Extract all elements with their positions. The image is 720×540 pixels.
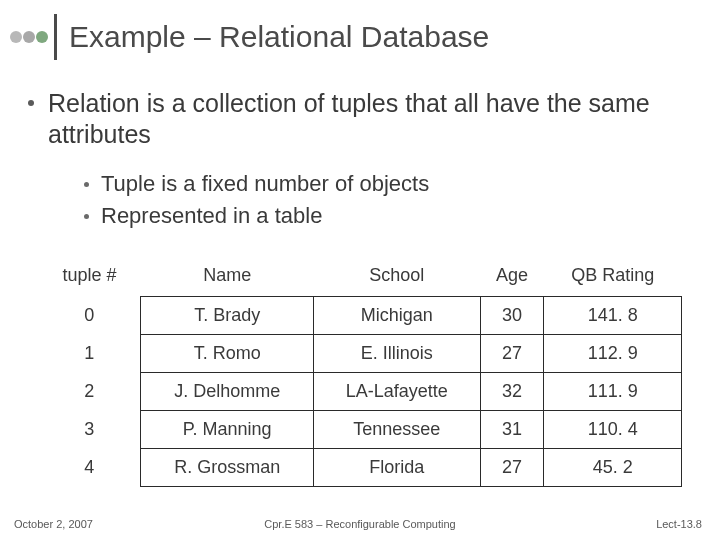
table-cell: P. Manning: [141, 410, 313, 448]
table-cell: 32: [480, 372, 544, 410]
table-cell: Tennessee: [313, 410, 480, 448]
bullet-main: Relation is a collection of tuples that …: [28, 88, 700, 151]
table-header-cell: QB Rating: [544, 257, 682, 297]
bullet-dot-icon: [84, 182, 89, 187]
table-cell: R. Grossman: [141, 448, 313, 486]
table-row: 3 P. Manning Tennessee 31 110. 4: [38, 410, 682, 448]
sub-bullet-list: Tuple is a fixed number of objects Repre…: [28, 171, 700, 229]
bullet-sub-text: Tuple is a fixed number of objects: [101, 171, 429, 197]
decorative-dots: [10, 31, 48, 43]
table-header-cell: Age: [480, 257, 544, 297]
table-cell: 0: [38, 296, 141, 334]
table-cell: 111. 9: [544, 372, 682, 410]
bullet-dot-icon: [84, 214, 89, 219]
table-cell: 30: [480, 296, 544, 334]
table-cell: 110. 4: [544, 410, 682, 448]
table-cell: 1: [38, 334, 141, 372]
footer-course: Cpr.E 583 – Reconfigurable Computing: [264, 518, 455, 530]
slide-title: Example – Relational Database: [69, 20, 489, 54]
table-cell: J. Delhomme: [141, 372, 313, 410]
table-cell: E. Illinois: [313, 334, 480, 372]
bullet-main-text: Relation is a collection of tuples that …: [48, 88, 700, 151]
table-container: tuple # Name School Age QB Rating 0 T. B…: [0, 235, 720, 487]
dot-icon: [36, 31, 48, 43]
table-cell: Michigan: [313, 296, 480, 334]
footer-slide-number: Lect-13.8: [656, 518, 702, 530]
data-table: tuple # Name School Age QB Rating 0 T. B…: [38, 257, 682, 487]
table-cell: Florida: [313, 448, 480, 486]
title-vertical-bar: [54, 14, 57, 60]
table-header-cell: Name: [141, 257, 313, 297]
table-cell: T. Romo: [141, 334, 313, 372]
dot-icon: [23, 31, 35, 43]
table-cell: 112. 9: [544, 334, 682, 372]
bullet-sub: Represented in a table: [84, 203, 700, 229]
bullet-sub: Tuple is a fixed number of objects: [84, 171, 700, 197]
table-row: 0 T. Brady Michigan 30 141. 8: [38, 296, 682, 334]
table-cell: 2: [38, 372, 141, 410]
footer-date: October 2, 2007: [14, 518, 93, 530]
table-cell: T. Brady: [141, 296, 313, 334]
slide-footer: October 2, 2007 Cpr.E 583 – Reconfigurab…: [0, 518, 720, 530]
table-header-row: tuple # Name School Age QB Rating: [38, 257, 682, 297]
table-row: 1 T. Romo E. Illinois 27 112. 9: [38, 334, 682, 372]
table-row: 2 J. Delhomme LA-Lafayette 32 111. 9: [38, 372, 682, 410]
table-cell: 27: [480, 334, 544, 372]
table-cell: 3: [38, 410, 141, 448]
table-cell: 27: [480, 448, 544, 486]
dot-icon: [10, 31, 22, 43]
table-header-cell: School: [313, 257, 480, 297]
bullet-sub-text: Represented in a table: [101, 203, 322, 229]
table-row: 4 R. Grossman Florida 27 45. 2: [38, 448, 682, 486]
table-header-cell: tuple #: [38, 257, 141, 297]
table-cell: 45. 2: [544, 448, 682, 486]
bullet-dot-icon: [28, 100, 34, 106]
slide-header: Example – Relational Database: [0, 0, 720, 60]
table-cell: LA-Lafayette: [313, 372, 480, 410]
table-cell: 4: [38, 448, 141, 486]
table-cell: 31: [480, 410, 544, 448]
table-cell: 141. 8: [544, 296, 682, 334]
slide-content: Relation is a collection of tuples that …: [0, 60, 720, 229]
